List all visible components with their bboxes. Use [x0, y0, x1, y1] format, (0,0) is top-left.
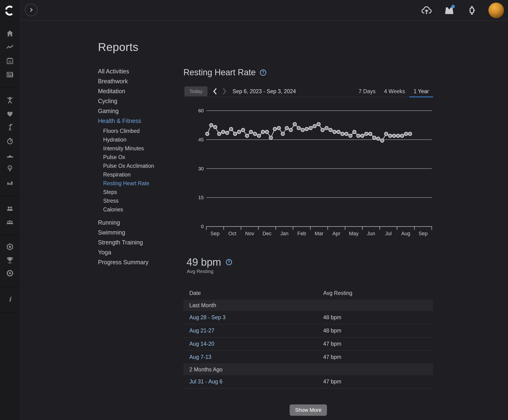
- nav-item-breathwork[interactable]: Breathwork: [98, 76, 178, 86]
- sidebar-expand-button[interactable]: [25, 4, 37, 16]
- nav-item-floors-climbed[interactable]: Floors Climbed: [98, 127, 178, 135]
- date-range-link[interactable]: Aug 21-27: [189, 327, 214, 334]
- sidebar-item-shoe-icon[interactable]: [0, 150, 20, 160]
- svg-text:31: 31: [8, 60, 12, 64]
- sidebar-item-lightbulb-icon[interactable]: [0, 164, 20, 173]
- date-range-link[interactable]: Aug 14-20: [189, 341, 214, 347]
- sidebar-divider: [0, 88, 20, 88]
- reports-nav: All ActivitiesBreathworkMeditationCyclin…: [98, 66, 178, 267]
- sidebar-item-info-icon[interactable]: i: [0, 295, 20, 304]
- sidebar-item-groups-icon[interactable]: [0, 217, 20, 227]
- svg-text:Sep: Sep: [210, 231, 220, 236]
- page-title: Reports: [98, 41, 139, 54]
- sidebar-divider: [0, 235, 20, 236]
- svg-text:Mar: Mar: [315, 231, 323, 236]
- top-bar: [20, 0, 508, 21]
- tab-1-year[interactable]: 1 Year: [409, 86, 433, 97]
- nav-item-running[interactable]: Running: [98, 218, 178, 228]
- sidebar-item-heart-icon[interactable]: [0, 109, 20, 118]
- date-range-link[interactable]: Aug 7-13: [189, 354, 211, 360]
- table-row: Aug 28 - Sep 348 bpm: [183, 311, 433, 324]
- nav-item-calories[interactable]: Calories: [98, 205, 178, 214]
- sidebar-item-golf-icon[interactable]: [0, 123, 20, 132]
- column-header-avg-resting: Avg Resting: [323, 290, 352, 296]
- sidebar-item-activity-icon[interactable]: [0, 43, 20, 52]
- summary-label: Avg Resting: [187, 269, 213, 274]
- sidebar-item-bar-chart-icon[interactable]: [0, 177, 20, 187]
- table-row: Aug 14-2047 bpm: [183, 337, 433, 351]
- sidebar-item-calendar-icon[interactable]: 31: [0, 56, 20, 66]
- table-row: Aug 21-2748 bpm: [183, 324, 433, 337]
- table-section-header: Last Month: [183, 300, 433, 311]
- nav-item-pulse-ox[interactable]: Pulse Ox: [98, 153, 178, 162]
- date-range-link[interactable]: Jul 31 - Aug 6: [189, 378, 223, 385]
- nav-item-hydration[interactable]: Hydration: [98, 135, 178, 144]
- inbox-icon[interactable]: [443, 4, 455, 16]
- table-row: Aug 7-1347 bpm: [183, 351, 433, 364]
- nav-item-resting-heart-rate[interactable]: Resting Heart Rate: [98, 179, 178, 188]
- nav-item-swimming[interactable]: Swimming: [98, 228, 178, 237]
- summary-value: 49 bpm: [187, 256, 221, 268]
- sidebar-item-trophy-icon[interactable]: [0, 255, 20, 265]
- avg-resting-value: 47 bpm: [323, 378, 341, 385]
- avg-resting-value: 47 bpm: [323, 354, 341, 360]
- svg-text:60: 60: [198, 108, 204, 113]
- svg-text:15: 15: [198, 195, 204, 200]
- nav-item-respiration[interactable]: Respiration: [98, 170, 178, 179]
- sidebar-item-stopwatch-icon[interactable]: [0, 136, 20, 146]
- today-button[interactable]: Today: [184, 86, 208, 96]
- cloud-upload-icon[interactable]: [420, 4, 433, 16]
- svg-text:Oct: Oct: [228, 231, 236, 236]
- nav-item-yoga[interactable]: Yoga: [98, 247, 178, 257]
- sidebar-item-connections-people-icon[interactable]: [0, 204, 20, 213]
- avatar[interactable]: [488, 3, 504, 18]
- avg-resting-value: 47 bpm: [323, 341, 341, 347]
- tab-7-days[interactable]: 7 Days: [354, 86, 380, 97]
- date-controls: Today Sep 6, 2023 - Sep 3, 2024 7 Days4 …: [183, 86, 433, 97]
- report-header: Resting Heart Rate ?: [183, 67, 266, 77]
- nav-item-strength-training[interactable]: Strength Training: [98, 237, 178, 247]
- nav-item-cycling[interactable]: Cycling: [98, 96, 178, 106]
- sidebar-item-hexagon-badge-icon[interactable]: [0, 242, 20, 251]
- svg-text:45: 45: [198, 137, 204, 142]
- nav-item-all-activities[interactable]: All Activities: [98, 66, 178, 76]
- topbar-actions: [420, 0, 504, 21]
- notification-badge: [451, 5, 455, 8]
- nav-item-meditation[interactable]: Meditation: [98, 86, 178, 96]
- svg-text:30: 30: [198, 166, 204, 171]
- sidebar-item-news-feed-icon[interactable]: [0, 70, 20, 79]
- sidebar-item-target-icon[interactable]: [0, 269, 20, 278]
- sidebar-item-home-icon[interactable]: [0, 29, 20, 38]
- range-tabs: 7 Days4 Weeks1 Year: [354, 86, 433, 97]
- svg-text:0: 0: [201, 224, 204, 229]
- column-header-date: Date: [189, 290, 201, 296]
- table-header: Date Avg Resting: [183, 287, 433, 300]
- rhr-chart: 015304560SepOctNovDecJanFebMarAprMayJunJ…: [183, 103, 433, 240]
- svg-text:May: May: [349, 231, 359, 236]
- nav-item-steps[interactable]: Steps: [98, 188, 178, 197]
- help-icon[interactable]: ?: [260, 69, 266, 76]
- nav-item-health-fitness[interactable]: Health & Fitness: [98, 116, 178, 126]
- svg-text:Apr: Apr: [332, 231, 340, 236]
- nav-item-intensity-minutes[interactable]: Intensity Minutes: [98, 144, 178, 153]
- date-range-link[interactable]: Aug 28 - Sep 3: [189, 314, 225, 321]
- report-title: Resting Heart Rate: [183, 67, 256, 77]
- app-sidebar: 31i: [0, 0, 20, 420]
- summary-help-icon[interactable]: ?: [226, 259, 232, 265]
- nav-item-progress-summary[interactable]: Progress Summary: [98, 257, 178, 267]
- sidebar-divider: [0, 287, 20, 287]
- show-more-wrap: Show More: [183, 405, 433, 416]
- svg-text:Jun: Jun: [367, 231, 375, 236]
- sidebar-divider: [0, 312, 20, 312]
- summary: 49 bpm ?: [187, 256, 232, 268]
- show-more-button[interactable]: Show More: [290, 405, 327, 416]
- nav-item-gaming[interactable]: Gaming: [98, 106, 178, 116]
- sidebar-item-wellness-person-icon[interactable]: [0, 95, 20, 105]
- next-period-button[interactable]: [220, 86, 229, 96]
- tab-4-weeks[interactable]: 4 Weeks: [380, 86, 409, 97]
- svg-text:Jan: Jan: [280, 231, 288, 236]
- prev-period-button[interactable]: [210, 86, 220, 96]
- device-watch-icon[interactable]: [466, 4, 478, 16]
- nav-item-pulse-ox-acclimation[interactable]: Pulse Ox Acclimation: [98, 162, 178, 170]
- nav-item-stress[interactable]: Stress: [98, 197, 178, 205]
